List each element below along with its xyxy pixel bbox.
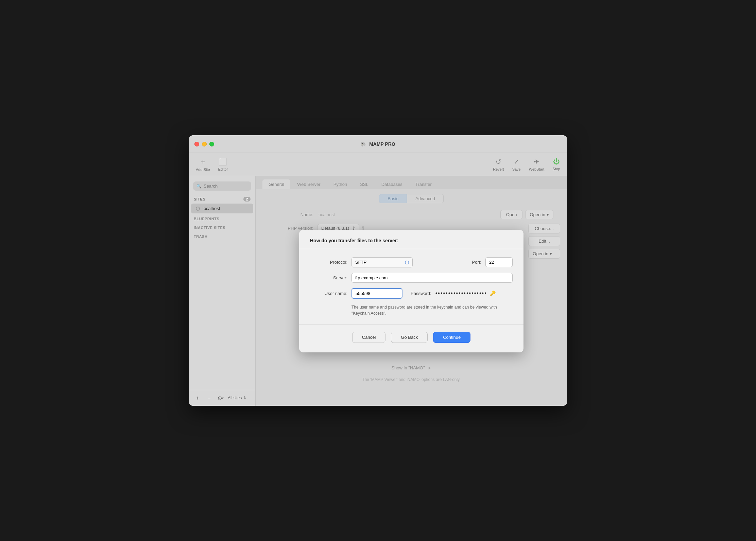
titlebar-title-text: MAMP PRO xyxy=(369,141,395,147)
keychain-note-line1: The user name and password are stored in… xyxy=(351,305,497,310)
server-input[interactable] xyxy=(351,273,513,283)
revert-button[interactable]: ↺ Revert xyxy=(493,158,504,171)
save-icon: ✓ xyxy=(514,158,519,166)
username-label: User name: xyxy=(310,291,347,296)
toolbar: ＋ Add Site ⬜ Editor ↺ Revert ✓ Save ✈ We… xyxy=(189,153,567,176)
protocol-row: Protocol: SFTP ⬡ Port: xyxy=(310,257,513,267)
site-status-dot xyxy=(196,207,200,211)
server-label: Server: xyxy=(310,275,347,280)
app-title: 🐘 MAMP PRO xyxy=(361,141,395,147)
blueprints-label: BLUEPRINTS xyxy=(189,213,255,222)
protocol-select[interactable]: SFTP ⬡ xyxy=(351,257,413,267)
password-dots: •••••••••••••••••••• xyxy=(435,290,487,296)
webstart-button[interactable]: ✈ WebStart xyxy=(529,158,545,171)
revert-icon: ↺ xyxy=(496,158,501,166)
dialog-body: Protocol: SFTP ⬡ Port: Server: xyxy=(299,249,523,325)
editor-icon: ⬜ xyxy=(219,158,227,166)
go-back-button[interactable]: Go Back xyxy=(391,332,428,343)
add-site-button[interactable]: ＋ Add Site xyxy=(196,157,210,172)
cancel-button[interactable]: Cancel xyxy=(352,332,385,343)
mamp-icon: 🐘 xyxy=(361,141,366,147)
search-input[interactable] xyxy=(204,184,248,189)
all-sites-chevron-icon: ⇕ xyxy=(243,396,246,400)
dialog-footer: Cancel Go Back Continue xyxy=(299,325,523,352)
close-button[interactable] xyxy=(194,142,199,146)
more-options-button[interactable]: ⊙ ▾ xyxy=(216,394,225,402)
username-input[interactable] xyxy=(351,288,402,299)
dialog-overlay: How do you transfer files to the server:… xyxy=(256,176,567,406)
webstart-label: WebStart xyxy=(529,167,545,171)
sidebar-item-label: localhost xyxy=(203,206,220,211)
port-input[interactable] xyxy=(485,257,513,267)
titlebar: 🐘 MAMP PRO xyxy=(189,135,567,153)
app-window: 🐘 MAMP PRO ＋ Add Site ⬜ Editor ↺ Revert … xyxy=(189,135,567,406)
inactive-sites-label: INACTIVE SITES xyxy=(189,222,255,231)
dialog-title: How do you transfer files to the server: xyxy=(310,238,513,243)
editor-button[interactable]: ⬜ Editor xyxy=(218,158,228,171)
protocol-arrows-icon: ⬡ xyxy=(405,260,409,265)
content-area: General Web Server Python SSL Databases … xyxy=(256,176,567,406)
sites-label: SITES xyxy=(194,197,205,201)
stop-icon: ⏻ xyxy=(553,158,560,165)
search-container[interactable]: 🔍 xyxy=(193,181,251,191)
traffic-lights xyxy=(194,142,214,146)
save-label: Save xyxy=(512,167,521,171)
port-label: Port: xyxy=(472,260,481,265)
keychain-note-line2: "Keychain Access". xyxy=(351,311,386,316)
webstart-icon: ✈ xyxy=(534,158,539,166)
sites-section-header: SITES 2 xyxy=(189,195,255,204)
main-area: 🔍 SITES 2 localhost BLUEPRINTS INACTIVE … xyxy=(189,176,567,406)
all-sites-select[interactable]: All sites ⇕ xyxy=(228,396,251,400)
all-sites-label: All sites xyxy=(228,396,242,400)
editor-label: Editor xyxy=(218,167,228,171)
credentials-row: User name: Password: •••••••••••••••••••… xyxy=(310,288,513,299)
dialog-header: How do you transfer files to the server: xyxy=(299,230,523,249)
add-site-sidebar-button[interactable]: ＋ xyxy=(193,394,202,402)
key-icon[interactable]: 🔑 xyxy=(490,291,496,296)
stop-button[interactable]: ⏻ Stop xyxy=(552,158,560,171)
password-display: •••••••••••••••••••• 🔑 xyxy=(435,290,496,296)
chevron-down-icon: ▾ xyxy=(222,396,224,400)
minimize-button[interactable] xyxy=(202,142,207,146)
sidebar-item-localhost[interactable]: localhost xyxy=(191,204,253,213)
sidebar-footer: ＋ － ⊙ ▾ All sites ⇕ xyxy=(189,390,255,406)
maximize-button[interactable] xyxy=(209,142,214,146)
password-label: Password: xyxy=(411,291,431,296)
add-site-label: Add Site xyxy=(196,168,210,172)
stop-label: Stop xyxy=(552,167,560,171)
trash-label: TRASH xyxy=(189,231,255,240)
keychain-note: The user name and password are stored in… xyxy=(351,304,513,316)
transfer-dialog: How do you transfer files to the server:… xyxy=(299,230,523,352)
protocol-value: SFTP xyxy=(355,260,366,265)
search-icon: 🔍 xyxy=(196,184,202,189)
sites-count: 2 xyxy=(243,197,251,202)
protocol-label: Protocol: xyxy=(310,260,347,265)
continue-button[interactable]: Continue xyxy=(433,332,470,343)
remove-site-sidebar-button[interactable]: － xyxy=(205,394,213,402)
add-site-icon: ＋ xyxy=(200,157,206,166)
sidebar: 🔍 SITES 2 localhost BLUEPRINTS INACTIVE … xyxy=(189,176,256,406)
save-button[interactable]: ✓ Save xyxy=(512,158,521,171)
server-row: Server: xyxy=(310,273,513,283)
revert-label: Revert xyxy=(493,167,504,171)
circle-icon: ⊙ xyxy=(218,395,222,401)
